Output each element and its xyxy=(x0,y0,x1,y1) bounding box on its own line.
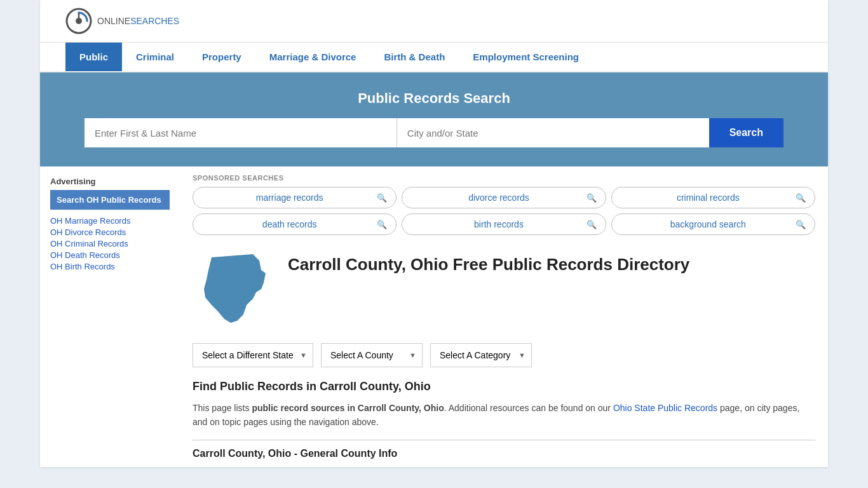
find-records-description: This page lists public record sources in… xyxy=(193,401,815,430)
sidebar: Advertising Search OH Public Records OH … xyxy=(40,166,180,467)
search-icon-0: 🔍 xyxy=(377,193,387,203)
tag-criminal-text: criminal records xyxy=(621,193,796,203)
county-dropdown[interactable]: Select A County xyxy=(321,343,423,367)
state-dropdown-wrapper: Select a Different State xyxy=(193,343,313,367)
desc-start: This page lists xyxy=(193,403,252,413)
sidebar-link-marriage[interactable]: OH Marriage Records xyxy=(50,216,170,226)
search-bar: Search xyxy=(85,118,783,147)
ohio-state-link[interactable]: Ohio State Public Records xyxy=(613,403,717,413)
nav-item-marriage-divorce[interactable]: Marriage & Divorce xyxy=(255,43,370,71)
search-tags: marriage records 🔍 divorce records 🔍 cri… xyxy=(193,187,815,235)
nav-item-employment[interactable]: Employment Screening xyxy=(459,43,593,71)
name-input[interactable] xyxy=(85,118,397,147)
county-dropdown-wrapper: Select A County xyxy=(321,343,423,367)
state-dropdown[interactable]: Select a Different State xyxy=(193,343,313,367)
general-info-title: Carroll County, Ohio - General County In… xyxy=(193,448,815,459)
find-records-title: Find Public Records in Carroll County, O… xyxy=(193,380,815,393)
tag-marriage-text: marriage records xyxy=(202,193,377,203)
main-content: SPONSORED SEARCHES marriage records 🔍 di… xyxy=(180,166,828,467)
tag-death-records[interactable]: death records 🔍 xyxy=(193,214,397,235)
nav-item-birth-death[interactable]: Birth & Death xyxy=(370,43,459,71)
tag-birth-text: birth records xyxy=(411,219,586,229)
ad-button[interactable]: Search OH Public Records xyxy=(50,190,170,210)
sponsored-label: SPONSORED SEARCHES xyxy=(193,174,815,182)
logo-text: ONLINESEARCHES xyxy=(97,16,179,26)
hero-title: Public Records Search xyxy=(65,90,803,107)
svg-point-1 xyxy=(76,18,82,24)
county-header: Carroll County, Ohio Free Public Records… xyxy=(193,248,815,330)
sidebar-link-birth[interactable]: OH Birth Records xyxy=(50,262,170,271)
content-wrapper: Advertising Search OH Public Records OH … xyxy=(40,166,828,467)
tag-birth-records[interactable]: birth records 🔍 xyxy=(402,214,606,235)
desc-bold: public record sources in Carroll County,… xyxy=(252,403,444,413)
search-icon-2: 🔍 xyxy=(796,193,806,203)
nav-item-criminal[interactable]: Criminal xyxy=(122,43,188,71)
search-icon-3: 🔍 xyxy=(377,220,387,229)
county-title: Carroll County, Ohio Free Public Records… xyxy=(288,248,689,276)
tag-death-text: death records xyxy=(202,219,377,229)
tag-background-search[interactable]: background search 🔍 xyxy=(611,214,815,235)
tag-background-text: background search xyxy=(621,219,796,229)
section-divider xyxy=(193,440,815,440)
desc-mid: . Additional resources can be found on o… xyxy=(444,403,613,413)
search-icon-5: 🔍 xyxy=(796,220,806,229)
tag-divorce-records[interactable]: divorce records 🔍 xyxy=(402,187,606,208)
tag-criminal-records[interactable]: criminal records 🔍 xyxy=(611,187,815,208)
tag-divorce-text: divorce records xyxy=(411,193,586,203)
sidebar-link-divorce[interactable]: OH Divorce Records xyxy=(50,227,170,237)
hero-section: Public Records Search Search xyxy=(40,72,828,166)
search-icon-1: 🔍 xyxy=(587,193,597,203)
category-dropdown-wrapper: Select A Category xyxy=(430,343,532,367)
main-nav: Public Criminal Property Marriage & Divo… xyxy=(40,43,828,72)
sidebar-link-death[interactable]: OH Death Records xyxy=(50,250,170,260)
logo: ONLINESEARCHES xyxy=(65,8,179,34)
dropdowns: Select a Different State Select A County… xyxy=(193,343,815,367)
logo-icon xyxy=(65,8,92,34)
nav-item-property[interactable]: Property xyxy=(188,43,255,71)
search-icon-4: 🔍 xyxy=(587,220,597,229)
sidebar-link-criminal[interactable]: OH Criminal Records xyxy=(50,239,170,248)
search-button[interactable]: Search xyxy=(709,118,783,147)
ad-label: Advertising xyxy=(50,177,170,186)
nav-item-public[interactable]: Public xyxy=(65,43,122,71)
ohio-map xyxy=(193,248,275,330)
tag-marriage-records[interactable]: marriage records 🔍 xyxy=(193,187,397,208)
location-input[interactable] xyxy=(397,118,709,147)
category-dropdown[interactable]: Select A Category xyxy=(430,343,532,367)
